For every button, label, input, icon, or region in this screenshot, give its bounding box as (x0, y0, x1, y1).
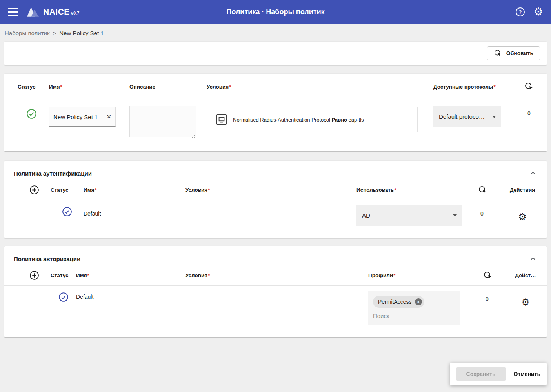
toolbar-card: Обновить (4, 42, 547, 65)
breadcrumb: Наборы политик > New Policy Set 1 (0, 24, 551, 42)
authentication-rule-row: Default AD 0 (4, 200, 547, 238)
authentication-policy-section: Политика аутентификации Статус Имя* Усло… (4, 161, 547, 238)
refresh-hits-button[interactable]: Обновить (487, 46, 540, 60)
identity-store-select[interactable]: AD (356, 205, 462, 226)
required-marker: * (60, 84, 62, 90)
remove-chip-icon[interactable] (415, 298, 422, 305)
breadcrumb-separator: > (53, 30, 56, 36)
chevron-down-icon (453, 214, 457, 217)
authentication-header-row: Статус Имя* Условия* Использовать* Дейст… (4, 180, 547, 200)
required-marker: * (95, 187, 97, 193)
save-button[interactable]: Сохранить (456, 367, 506, 381)
settings-gear-icon[interactable] (534, 7, 543, 17)
breadcrumb-current: New Policy Set 1 (59, 30, 104, 36)
rule-hits-count: 0 (483, 290, 514, 302)
column-header-actions: Дейст… (514, 272, 537, 278)
column-header-status: Статус (51, 187, 84, 193)
app-logo-icon (27, 7, 39, 17)
hits-column-icon (483, 271, 514, 280)
clear-name-icon[interactable] (106, 113, 111, 120)
required-marker: * (394, 187, 396, 193)
policy-set-status-icon[interactable] (18, 105, 49, 119)
svg-text:?: ? (518, 9, 522, 15)
authorization-policy-title: Политика авторизации (14, 256, 80, 262)
hits-refresh-icon (494, 49, 502, 58)
policy-set-table: Статус Имя* Описание Условия* Доступные … (4, 74, 547, 151)
rule-hits-count: 0 (478, 205, 507, 217)
profile-chip[interactable]: PermitAccess (373, 296, 424, 308)
required-marker: * (208, 187, 210, 193)
hits-column-icon (478, 185, 507, 195)
column-header-status: Статус (18, 84, 49, 90)
column-header-profiles: Профили* (368, 272, 483, 278)
rule-name: Default (76, 290, 185, 300)
required-marker: * (494, 84, 496, 90)
profiles-search-input[interactable] (373, 312, 447, 319)
help-icon[interactable]: ? (515, 7, 525, 17)
profiles-chips-field[interactable]: PermitAccess (368, 291, 460, 325)
rule-name: Default (84, 205, 185, 217)
authorization-rule-row: Default PermitAccess 0 (4, 286, 547, 337)
collapse-chevron-up-icon[interactable] (529, 254, 537, 263)
protocols-select[interactable]: Default protoco… (433, 106, 501, 127)
hamburger-menu-icon[interactable] (8, 8, 18, 16)
description-field (129, 106, 196, 139)
column-header-name: Имя* (84, 187, 185, 193)
description-textarea[interactable] (129, 106, 196, 137)
authorization-policy-section: Политика авторизации Статус Имя* Условия… (4, 246, 547, 337)
required-marker: * (229, 84, 231, 90)
authentication-policy-title: Политика аутентификации (14, 170, 92, 177)
identity-store-value: AD (362, 212, 370, 219)
collapse-chevron-up-icon[interactable] (529, 169, 537, 178)
column-header-use: Использовать* (356, 187, 478, 193)
policy-set-name-input[interactable] (53, 114, 106, 120)
required-marker: * (208, 272, 210, 278)
column-header-conditions: Условия* (207, 84, 433, 90)
column-header-name: Имя* (76, 272, 185, 278)
required-marker: * (87, 272, 89, 278)
rule-status-icon[interactable] (51, 205, 84, 217)
refresh-button-label: Обновить (506, 50, 533, 56)
column-header-conditions: Условия* (185, 187, 356, 193)
app-bar: NAICE v0.7 Политика · Наборы политик ? (0, 0, 551, 24)
protocols-select-value: Default protoco… (439, 113, 485, 120)
page-title: Политика · Наборы политик (0, 8, 551, 16)
column-header-status: Статус (51, 272, 76, 278)
authorization-header-row: Статус Имя* Условия* Профили* Дейст… (4, 265, 547, 286)
column-header-protocols: Доступные протоколы* (433, 84, 521, 90)
policy-set-name-field[interactable] (49, 107, 116, 127)
cancel-button[interactable]: Отменить (514, 371, 540, 377)
chevron-down-icon (492, 116, 496, 118)
policy-set-hits-count: 0 (521, 105, 537, 116)
column-header-description: Описание (129, 84, 207, 90)
app-name: NAICE (43, 7, 70, 16)
condition-text: Normalised Radius·Authentication Protoco… (233, 117, 364, 123)
breadcrumb-policy-sets[interactable]: Наборы политик (5, 30, 49, 36)
column-header-conditions: Условия* (185, 272, 368, 278)
column-header-name: Имя* (49, 84, 129, 90)
rule-actions-gear-icon[interactable] (521, 298, 530, 307)
policy-set-header-row: Статус Имя* Описание Условия* Доступные … (4, 74, 547, 100)
rule-status-icon[interactable] (51, 290, 76, 302)
policy-set-condition[interactable]: Normalised Radius·Authentication Protoco… (210, 107, 418, 132)
condition-editor-icon (216, 114, 227, 125)
required-marker: * (393, 272, 395, 278)
hits-column-icon (521, 82, 537, 91)
profile-chip-label: PermitAccess (378, 299, 412, 305)
footer-actions: Сохранить Отменить (450, 363, 547, 385)
column-header-actions: Действия (507, 187, 537, 193)
add-rule-icon[interactable] (18, 185, 51, 195)
add-rule-icon[interactable] (18, 270, 51, 280)
policy-set-row: Normalised Radius·Authentication Protoco… (4, 100, 547, 151)
app-version: v0.7 (71, 11, 79, 15)
rule-actions-gear-icon[interactable] (518, 212, 527, 221)
